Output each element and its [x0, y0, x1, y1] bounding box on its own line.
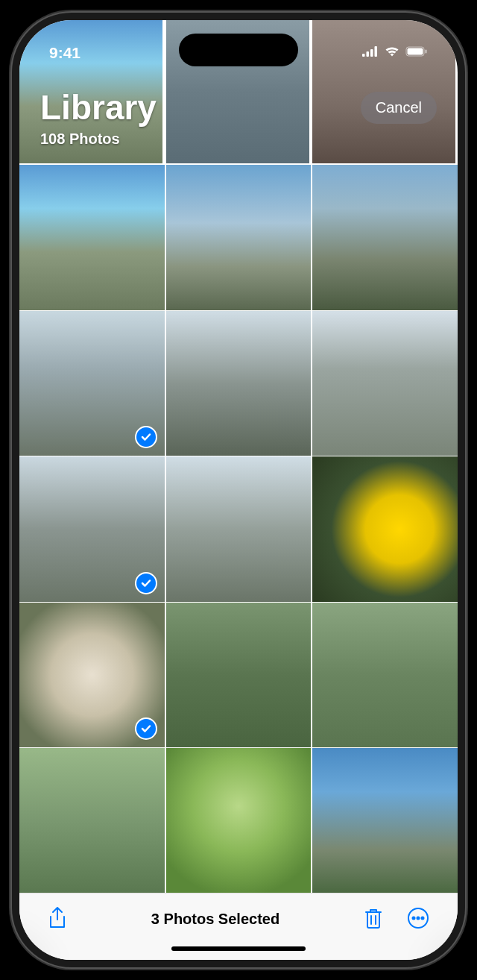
photo-thumbnail[interactable] — [312, 603, 458, 748]
svg-point-10 — [422, 917, 424, 920]
photo-thumbnail[interactable] — [312, 311, 458, 456]
delete-button[interactable] — [358, 901, 389, 937]
svg-rect-3 — [375, 46, 378, 57]
photo-thumbnail[interactable] — [19, 748, 165, 893]
svg-rect-5 — [408, 48, 423, 55]
header: Library Cancel 108 Photos — [19, 87, 458, 148]
svg-point-8 — [413, 917, 415, 920]
svg-rect-2 — [370, 49, 373, 57]
more-button[interactable] — [401, 901, 435, 937]
photos-count: 108 Photos — [40, 131, 437, 148]
phone-screen: 9:41 Library Cancel 108 Photos — [19, 20, 458, 960]
photo-thumbnail[interactable] — [312, 456, 458, 602]
svg-rect-6 — [426, 50, 427, 54]
photo-image — [312, 456, 458, 602]
selection-checkmark-icon — [135, 717, 157, 740]
dynamic-island — [179, 34, 298, 66]
ellipsis-circle-icon — [407, 907, 429, 932]
photo-thumbnail[interactable] — [166, 748, 312, 893]
selection-checkmark-icon — [135, 572, 157, 594]
photo-thumbnail[interactable] — [19, 311, 165, 456]
photo-thumbnail[interactable] — [19, 456, 165, 602]
photo-thumbnail[interactable] — [19, 165, 165, 310]
selection-checkmark-icon — [135, 426, 157, 448]
status-icons — [362, 46, 428, 60]
photo-image — [312, 165, 458, 310]
photo-image — [166, 165, 312, 310]
photo-image — [166, 456, 312, 602]
battery-icon — [405, 46, 428, 60]
photo-image — [19, 748, 165, 893]
phone-frame: 9:41 Library Cancel 108 Photos — [12, 13, 465, 967]
photo-image — [312, 603, 458, 748]
trash-icon — [364, 907, 383, 932]
photo-grid[interactable] — [19, 20, 458, 893]
svg-point-9 — [417, 917, 420, 920]
share-icon — [48, 906, 67, 932]
home-indicator[interactable] — [171, 946, 306, 951]
photo-thumbnail[interactable] — [166, 603, 312, 748]
selection-count-label: 3 Photos Selected — [151, 911, 279, 928]
share-button[interactable] — [42, 900, 73, 938]
cancel-button[interactable]: Cancel — [361, 92, 437, 124]
status-time: 9:41 — [49, 44, 80, 62]
photo-image — [166, 311, 312, 456]
page-title: Library — [40, 87, 157, 128]
photo-thumbnail[interactable] — [166, 165, 312, 310]
svg-rect-1 — [367, 51, 370, 57]
wifi-icon — [385, 46, 399, 60]
svg-rect-0 — [362, 54, 365, 57]
photo-image — [166, 748, 312, 893]
photo-thumbnail[interactable] — [312, 165, 458, 310]
photo-image — [166, 603, 312, 748]
photo-thumbnail[interactable] — [166, 311, 312, 456]
photo-image — [19, 165, 165, 310]
photo-thumbnail[interactable] — [19, 603, 165, 748]
photo-image — [312, 311, 458, 456]
photo-thumbnail[interactable] — [166, 456, 312, 602]
cellular-signal-icon — [362, 46, 379, 60]
photo-thumbnail[interactable] — [312, 748, 458, 893]
photo-image — [312, 748, 458, 893]
